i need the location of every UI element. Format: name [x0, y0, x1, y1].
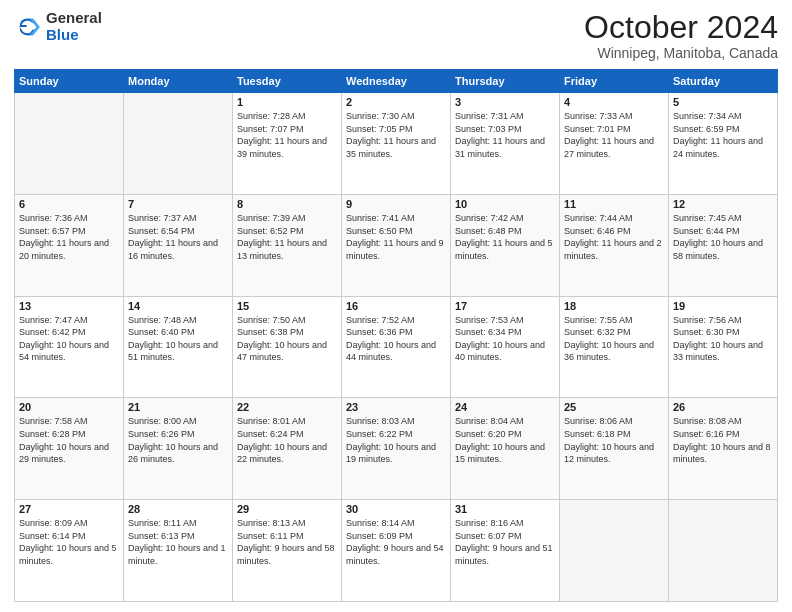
day-number: 8	[237, 198, 337, 210]
day-info: Sunrise: 7:42 AMSunset: 6:48 PMDaylight:…	[455, 212, 555, 262]
day-info: Sunrise: 7:58 AMSunset: 6:28 PMDaylight:…	[19, 415, 119, 465]
table-row: 1Sunrise: 7:28 AMSunset: 7:07 PMDaylight…	[233, 93, 342, 195]
table-row: 5Sunrise: 7:34 AMSunset: 6:59 PMDaylight…	[669, 93, 778, 195]
day-number: 31	[455, 503, 555, 515]
table-row: 14Sunrise: 7:48 AMSunset: 6:40 PMDayligh…	[124, 296, 233, 398]
col-sunday: Sunday	[15, 70, 124, 93]
table-row: 12Sunrise: 7:45 AMSunset: 6:44 PMDayligh…	[669, 194, 778, 296]
calendar-table: Sunday Monday Tuesday Wednesday Thursday…	[14, 69, 778, 602]
day-info: Sunrise: 8:00 AMSunset: 6:26 PMDaylight:…	[128, 415, 228, 465]
day-info: Sunrise: 8:03 AMSunset: 6:22 PMDaylight:…	[346, 415, 446, 465]
logo: General Blue	[14, 10, 102, 43]
table-row: 13Sunrise: 7:47 AMSunset: 6:42 PMDayligh…	[15, 296, 124, 398]
day-number: 25	[564, 401, 664, 413]
day-number: 22	[237, 401, 337, 413]
day-number: 3	[455, 96, 555, 108]
table-row: 21Sunrise: 8:00 AMSunset: 6:26 PMDayligh…	[124, 398, 233, 500]
day-info: Sunrise: 7:34 AMSunset: 6:59 PMDaylight:…	[673, 110, 773, 160]
table-row: 27Sunrise: 8:09 AMSunset: 6:14 PMDayligh…	[15, 500, 124, 602]
header: General Blue October 2024 Winnipeg, Mani…	[14, 10, 778, 61]
title-block: October 2024 Winnipeg, Manitoba, Canada	[584, 10, 778, 61]
day-info: Sunrise: 8:13 AMSunset: 6:11 PMDaylight:…	[237, 517, 337, 567]
day-number: 20	[19, 401, 119, 413]
table-row: 19Sunrise: 7:56 AMSunset: 6:30 PMDayligh…	[669, 296, 778, 398]
calendar-header-row: Sunday Monday Tuesday Wednesday Thursday…	[15, 70, 778, 93]
day-info: Sunrise: 7:41 AMSunset: 6:50 PMDaylight:…	[346, 212, 446, 262]
day-info: Sunrise: 8:14 AMSunset: 6:09 PMDaylight:…	[346, 517, 446, 567]
calendar-week-row: 13Sunrise: 7:47 AMSunset: 6:42 PMDayligh…	[15, 296, 778, 398]
calendar-week-row: 20Sunrise: 7:58 AMSunset: 6:28 PMDayligh…	[15, 398, 778, 500]
day-info: Sunrise: 8:16 AMSunset: 6:07 PMDaylight:…	[455, 517, 555, 567]
day-number: 9	[346, 198, 446, 210]
table-row: 24Sunrise: 8:04 AMSunset: 6:20 PMDayligh…	[451, 398, 560, 500]
day-info: Sunrise: 7:48 AMSunset: 6:40 PMDaylight:…	[128, 314, 228, 364]
main-title: October 2024	[584, 10, 778, 45]
day-number: 13	[19, 300, 119, 312]
col-tuesday: Tuesday	[233, 70, 342, 93]
table-row: 4Sunrise: 7:33 AMSunset: 7:01 PMDaylight…	[560, 93, 669, 195]
table-row: 29Sunrise: 8:13 AMSunset: 6:11 PMDayligh…	[233, 500, 342, 602]
day-info: Sunrise: 7:28 AMSunset: 7:07 PMDaylight:…	[237, 110, 337, 160]
table-row	[124, 93, 233, 195]
logo-blue-text: Blue	[46, 27, 102, 44]
day-number: 28	[128, 503, 228, 515]
day-number: 11	[564, 198, 664, 210]
day-number: 27	[19, 503, 119, 515]
day-number: 5	[673, 96, 773, 108]
day-info: Sunrise: 7:55 AMSunset: 6:32 PMDaylight:…	[564, 314, 664, 364]
logo-general-text: General	[46, 10, 102, 27]
day-info: Sunrise: 8:06 AMSunset: 6:18 PMDaylight:…	[564, 415, 664, 465]
table-row: 10Sunrise: 7:42 AMSunset: 6:48 PMDayligh…	[451, 194, 560, 296]
calendar-week-row: 6Sunrise: 7:36 AMSunset: 6:57 PMDaylight…	[15, 194, 778, 296]
day-info: Sunrise: 7:50 AMSunset: 6:38 PMDaylight:…	[237, 314, 337, 364]
day-info: Sunrise: 7:39 AMSunset: 6:52 PMDaylight:…	[237, 212, 337, 262]
table-row: 23Sunrise: 8:03 AMSunset: 6:22 PMDayligh…	[342, 398, 451, 500]
table-row: 15Sunrise: 7:50 AMSunset: 6:38 PMDayligh…	[233, 296, 342, 398]
table-row: 25Sunrise: 8:06 AMSunset: 6:18 PMDayligh…	[560, 398, 669, 500]
day-info: Sunrise: 8:09 AMSunset: 6:14 PMDaylight:…	[19, 517, 119, 567]
table-row: 26Sunrise: 8:08 AMSunset: 6:16 PMDayligh…	[669, 398, 778, 500]
col-thursday: Thursday	[451, 70, 560, 93]
table-row: 18Sunrise: 7:55 AMSunset: 6:32 PMDayligh…	[560, 296, 669, 398]
day-number: 7	[128, 198, 228, 210]
day-number: 10	[455, 198, 555, 210]
day-info: Sunrise: 7:33 AMSunset: 7:01 PMDaylight:…	[564, 110, 664, 160]
logo-text: General Blue	[46, 10, 102, 43]
day-info: Sunrise: 7:47 AMSunset: 6:42 PMDaylight:…	[19, 314, 119, 364]
table-row: 28Sunrise: 8:11 AMSunset: 6:13 PMDayligh…	[124, 500, 233, 602]
day-info: Sunrise: 8:01 AMSunset: 6:24 PMDaylight:…	[237, 415, 337, 465]
table-row: 9Sunrise: 7:41 AMSunset: 6:50 PMDaylight…	[342, 194, 451, 296]
table-row: 11Sunrise: 7:44 AMSunset: 6:46 PMDayligh…	[560, 194, 669, 296]
table-row: 3Sunrise: 7:31 AMSunset: 7:03 PMDaylight…	[451, 93, 560, 195]
day-number: 2	[346, 96, 446, 108]
day-number: 29	[237, 503, 337, 515]
day-info: Sunrise: 7:52 AMSunset: 6:36 PMDaylight:…	[346, 314, 446, 364]
day-number: 4	[564, 96, 664, 108]
day-number: 24	[455, 401, 555, 413]
calendar-week-row: 1Sunrise: 7:28 AMSunset: 7:07 PMDaylight…	[15, 93, 778, 195]
table-row: 6Sunrise: 7:36 AMSunset: 6:57 PMDaylight…	[15, 194, 124, 296]
day-number: 21	[128, 401, 228, 413]
day-info: Sunrise: 7:30 AMSunset: 7:05 PMDaylight:…	[346, 110, 446, 160]
day-number: 23	[346, 401, 446, 413]
col-monday: Monday	[124, 70, 233, 93]
day-number: 6	[19, 198, 119, 210]
day-number: 30	[346, 503, 446, 515]
day-info: Sunrise: 8:11 AMSunset: 6:13 PMDaylight:…	[128, 517, 228, 567]
day-info: Sunrise: 7:45 AMSunset: 6:44 PMDaylight:…	[673, 212, 773, 262]
day-info: Sunrise: 7:56 AMSunset: 6:30 PMDaylight:…	[673, 314, 773, 364]
day-number: 17	[455, 300, 555, 312]
day-number: 1	[237, 96, 337, 108]
day-number: 19	[673, 300, 773, 312]
table-row: 8Sunrise: 7:39 AMSunset: 6:52 PMDaylight…	[233, 194, 342, 296]
day-number: 14	[128, 300, 228, 312]
day-number: 12	[673, 198, 773, 210]
day-info: Sunrise: 8:04 AMSunset: 6:20 PMDaylight:…	[455, 415, 555, 465]
table-row: 30Sunrise: 8:14 AMSunset: 6:09 PMDayligh…	[342, 500, 451, 602]
day-number: 15	[237, 300, 337, 312]
table-row: 31Sunrise: 8:16 AMSunset: 6:07 PMDayligh…	[451, 500, 560, 602]
table-row	[669, 500, 778, 602]
col-friday: Friday	[560, 70, 669, 93]
table-row: 7Sunrise: 7:37 AMSunset: 6:54 PMDaylight…	[124, 194, 233, 296]
table-row	[560, 500, 669, 602]
